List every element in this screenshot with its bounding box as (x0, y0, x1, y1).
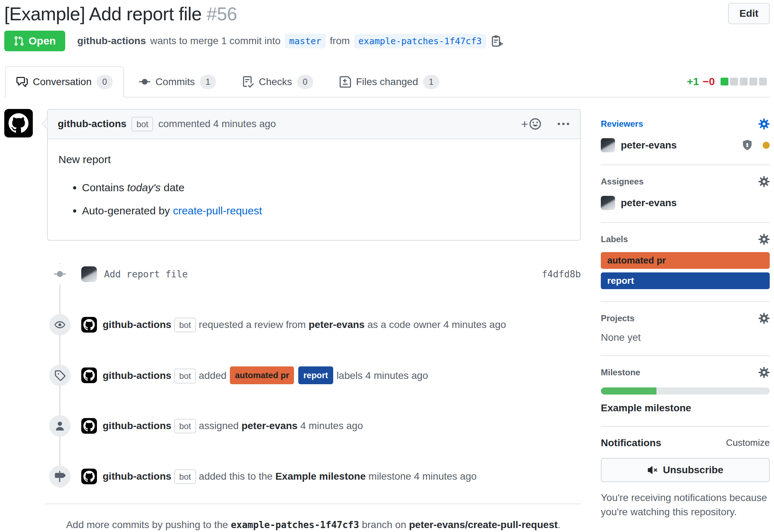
git-commit-icon (139, 76, 150, 88)
page-title: [Example] Add report file #56 (4, 3, 237, 25)
event-user[interactable]: peter-evans (309, 319, 365, 330)
customize-link[interactable]: Customize (726, 437, 770, 448)
reviewer-name[interactable]: peter-evans (621, 140, 677, 151)
peter-evans-avatar[interactable] (81, 266, 97, 282)
event-milestone-name[interactable]: Example milestone (275, 471, 366, 482)
reviewer-row: peter-evans (601, 138, 770, 152)
event-user[interactable]: peter-evans (242, 420, 298, 431)
event-milestoned: github-actions bot added this to the Exa… (4, 465, 581, 488)
tab-label: Commits (155, 76, 195, 88)
push-branch-name: example-patches-1f47cf3 (231, 520, 359, 530)
event-phrase: requested a review from (199, 319, 306, 330)
edit-button[interactable]: Edit (728, 3, 770, 24)
gear-icon[interactable] (758, 367, 770, 378)
milestone-progress-fill (601, 387, 656, 395)
assignee-name[interactable]: peter-evans (621, 197, 677, 209)
event-author[interactable]: github-actions (103, 319, 171, 330)
event-labels-added: github-actions bot added automated pr re… (4, 364, 581, 387)
tab-commits[interactable]: Commits 1 (128, 66, 227, 97)
reviewers-title[interactable]: Reviewers (601, 119, 643, 129)
head-branch-label[interactable]: example-patches-1f47cf3 (354, 34, 486, 48)
peter-evans-avatar[interactable] (601, 138, 615, 152)
event-author[interactable]: github-actions (103, 420, 171, 431)
bot-badge[interactable]: bot (174, 369, 196, 384)
tab-counter: 0 (97, 75, 113, 89)
pr-number: #56 (207, 4, 237, 24)
gear-icon[interactable] (758, 118, 770, 130)
tab-counter: 0 (297, 75, 313, 89)
peter-evans-avatar[interactable] (601, 196, 615, 210)
base-branch-label[interactable]: master (285, 34, 325, 48)
event-phrase: assigned (199, 420, 239, 431)
event-phrase: added this to the (199, 471, 273, 482)
author-link[interactable]: github-actions (77, 35, 146, 47)
github-mark-icon (83, 370, 95, 381)
event-author[interactable]: github-actions (103, 370, 171, 381)
assignees-title: Assignees (601, 177, 644, 187)
pr-tabnav: Conversation 0 Commits 1 Checks 0 Files … (4, 66, 770, 97)
tab-conversation[interactable]: Conversation 0 (5, 66, 124, 97)
merge-text: wants to merge 1 commit into (150, 35, 281, 47)
unsubscribe-button[interactable]: Unsubscribe (601, 458, 770, 482)
github-actions-avatar[interactable] (4, 109, 33, 137)
milestone-progress-bar (601, 387, 770, 395)
github-mark-icon (83, 319, 95, 330)
event-author[interactable]: github-actions (103, 471, 171, 482)
tab-label: Checks (259, 76, 292, 88)
push-text: branch on (359, 519, 409, 530)
tab-checks[interactable]: Checks 0 (231, 66, 325, 97)
from-text: from (330, 35, 350, 47)
github-actions-avatar[interactable] (81, 469, 97, 484)
commit-message-link[interactable]: Add report file (104, 269, 188, 280)
comment-discussion-icon (16, 76, 28, 88)
milestone-name-link[interactable]: Example milestone (601, 402, 691, 413)
event-assigned: github-actions bot assigned peter-evans … (4, 414, 581, 437)
plus-icon: + (521, 118, 528, 130)
pr-state-badge: Open (4, 31, 65, 51)
gear-icon[interactable] (758, 234, 770, 245)
github-actions-avatar[interactable] (81, 367, 97, 383)
gear-icon[interactable] (758, 176, 770, 187)
comment-author[interactable]: github-actions (58, 118, 127, 130)
label-report[interactable]: report (601, 272, 770, 289)
projects-empty-text: None yet (601, 332, 770, 343)
github-mark-icon (83, 471, 95, 482)
bot-badge[interactable]: bot (174, 419, 196, 434)
github-actions-avatar[interactable] (81, 317, 97, 333)
projects-title: Projects (601, 313, 635, 323)
label-automated-pr[interactable]: automated pr (230, 366, 294, 384)
diffstat-block (759, 78, 767, 85)
gear-icon[interactable] (758, 313, 770, 324)
github-actions-avatar[interactable] (81, 418, 97, 434)
label-report[interactable]: report (298, 366, 333, 384)
sidebar-section-reviewers: Reviewers peter-evans (601, 109, 770, 165)
pr-header: [Example] Add report file #56 Edit Open … (4, 3, 770, 51)
event-review-requested: github-actions bot requested a review fr… (4, 313, 581, 336)
event-phrase: as a code owner 4 minutes ago (367, 319, 506, 330)
comment-thread: github-actions bot commented 4 minutes a… (4, 109, 581, 241)
label-automated-pr[interactable]: automated pr (601, 252, 770, 269)
bot-badge[interactable]: bot (174, 318, 196, 333)
bullet-text: Contains (82, 182, 127, 193)
merge-summary: github-actions wants to merge 1 commit i… (77, 34, 503, 48)
event-text: github-actions bot added this to the Exa… (103, 469, 477, 485)
kebab-menu-icon[interactable] (557, 117, 570, 131)
bot-badge[interactable]: bot (131, 117, 153, 132)
add-reaction-button[interactable]: + (521, 118, 542, 130)
event-text: github-actions bot added automated pr re… (103, 366, 428, 384)
copy-branch-icon[interactable] (490, 35, 503, 47)
unsubscribe-label: Unsubscribe (663, 464, 723, 476)
tab-files-changed[interactable]: Files changed 1 (328, 66, 451, 97)
event-phrase: milestone 4 minutes ago (368, 471, 477, 482)
tab-label: Conversation (33, 76, 92, 88)
diffstat-block (730, 78, 738, 85)
mute-icon (647, 465, 658, 475)
bot-badge[interactable]: bot (174, 469, 196, 484)
diffstat-block (721, 78, 728, 85)
diffstat-block (749, 78, 757, 85)
commit-sha-link[interactable]: f4dfd8b (542, 269, 581, 280)
github-mark-icon (83, 420, 95, 432)
git-commit-icon (50, 264, 70, 285)
create-pull-request-link[interactable]: create-pull-request (173, 205, 262, 217)
diffstat[interactable]: +1 −0 (687, 75, 767, 88)
